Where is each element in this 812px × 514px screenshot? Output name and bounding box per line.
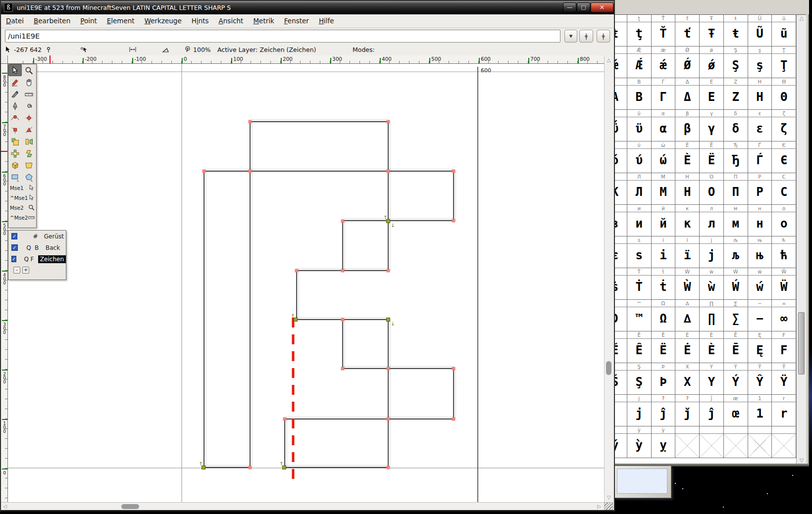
control-point[interactable]	[387, 170, 390, 173]
glyph-slot[interactable]: Β	[627, 86, 652, 110]
glyph-slot[interactable]: ť	[675, 22, 700, 47]
glyph-slot[interactable]: Ţ	[772, 54, 796, 78]
fontview-scrollbar[interactable]: △ ▽	[796, 14, 806, 464]
glyph-slot[interactable]: Θ	[772, 86, 796, 110]
glyph-slot[interactable]: Н	[675, 181, 700, 205]
control-point[interactable]	[387, 120, 390, 124]
glyph-slot[interactable]: Ŧ	[700, 22, 724, 47]
glyph-slot[interactable]: Ẃ	[724, 276, 748, 300]
layer-row-back[interactable]: ✓QBBack	[8, 242, 66, 253]
control-point[interactable]	[341, 220, 345, 223]
glyph-slot[interactable]: ∑	[724, 307, 748, 331]
glyph-slot[interactable]	[772, 434, 796, 458]
glyph-slot[interactable]: Ë	[652, 339, 676, 363]
tool-flip-icon[interactable]	[22, 136, 36, 147]
tool-pointer-icon[interactable]	[8, 64, 22, 76]
tool-curve-point-icon[interactable]	[8, 112, 22, 124]
add-layer-button[interactable]: +	[22, 267, 29, 274]
glyph-slot[interactable]: й	[652, 212, 676, 236]
menu-item-hints[interactable]: Hints	[187, 14, 214, 28]
glyph-slot[interactable]: Ý	[724, 371, 748, 395]
layer-row-gerüst[interactable]: ✓#Gerüst	[8, 231, 66, 242]
glyph-slot[interactable]	[700, 434, 724, 458]
glyph-slot[interactable]: Ş	[724, 54, 748, 78]
control-point[interactable]	[295, 269, 299, 273]
control-point[interactable]	[249, 466, 252, 469]
glyph-slot[interactable]: ũ	[772, 22, 796, 47]
tool-polygon-icon[interactable]	[22, 171, 36, 183]
tool-hand-icon[interactable]	[22, 76, 36, 88]
glyph-slot[interactable]: ј	[700, 244, 724, 268]
glyph-slot[interactable]: Ω	[652, 307, 676, 331]
glyph-slot[interactable]: Ŷ	[748, 371, 772, 395]
prev-glyph-button[interactable]: ǂ	[579, 30, 593, 43]
menu-item-fenster[interactable]: Fenster	[279, 14, 314, 28]
glyph-slot[interactable]: Ė	[675, 339, 700, 363]
control-point[interactable]	[452, 367, 456, 371]
menu-item-element[interactable]: Element	[102, 14, 140, 28]
glyph-slot[interactable]: њ	[748, 244, 772, 268]
tool-cube3d-icon[interactable]	[8, 159, 22, 171]
glyph-slot[interactable]: ŧ	[724, 22, 748, 47]
glyph-slot[interactable]: ѕ	[627, 244, 652, 268]
control-point[interactable]	[452, 418, 456, 421]
menu-item-hilfe[interactable]: Hilfe	[314, 14, 339, 28]
menu-item-bearbeiten[interactable]: Bearbeiten	[29, 14, 75, 28]
glyph-slot[interactable]: ї	[675, 244, 700, 268]
glyph-slot[interactable]: Ş	[627, 371, 652, 395]
glyph-name-input[interactable]	[5, 30, 560, 43]
glyph-slot[interactable]: ş	[748, 54, 772, 78]
glyph-slot[interactable]: Ê	[627, 339, 652, 363]
close-button[interactable]: ✕	[591, 2, 613, 12]
scroll-up-icon[interactable]: △	[797, 15, 807, 22]
scroll-down-icon[interactable]: ▽	[605, 495, 613, 500]
glyph-slot[interactable]: ǽ	[652, 54, 676, 78]
glyph-slot[interactable]: j	[627, 402, 652, 426]
glyph-slot[interactable]: л	[700, 212, 724, 236]
tool-hvcurve-point-icon[interactable]	[22, 112, 36, 124]
glyph-slot[interactable]: Є	[772, 149, 796, 173]
glyph-slot[interactable]: Η	[748, 86, 772, 110]
menu-item-metrik[interactable]: Metrik	[248, 14, 279, 28]
glyph-slot[interactable]: Ε	[700, 86, 724, 110]
control-point[interactable]	[249, 170, 252, 173]
glyph-outline-drawing[interactable]: 600↑↓↑↓↑↑	[8, 64, 604, 502]
control-point[interactable]	[387, 318, 390, 322]
control-point[interactable]	[387, 269, 390, 273]
layer-name[interactable]: Gerüst	[42, 233, 66, 240]
glyph-slot[interactable]: δ	[724, 117, 748, 141]
glyph-slot[interactable]: F	[772, 339, 796, 363]
glyph-slot[interactable]: М	[652, 181, 676, 205]
menu-item-datei[interactable]: Datei	[1, 14, 29, 28]
glyph-slot[interactable]: С	[772, 181, 796, 205]
scroll-right-icon[interactable]: ▷	[596, 504, 602, 509]
maximize-button[interactable]: ▢	[577, 2, 590, 12]
control-point[interactable]	[341, 318, 345, 322]
glyph-slot[interactable]: Ṫ	[627, 276, 652, 300]
glyph-slot[interactable]: Γ	[652, 86, 676, 110]
glyph-slot[interactable]: −	[748, 307, 772, 331]
glyph-slot[interactable]: ỳ	[627, 434, 652, 458]
glyph-slot[interactable]: ϋ	[627, 117, 652, 141]
glyph-slot[interactable]: È	[675, 149, 700, 173]
glyph-slot[interactable]: ẁ	[700, 276, 724, 300]
minimize-button[interactable]: —	[563, 2, 576, 12]
tool-freehand-icon[interactable]	[8, 76, 22, 88]
glyph-slot[interactable]: ∆	[675, 307, 700, 331]
glyph-slot[interactable]: œ	[724, 402, 748, 426]
glyph-slot[interactable]: Ђ	[724, 149, 748, 173]
glyph-slot[interactable]: 1	[748, 402, 772, 426]
control-point[interactable]	[387, 418, 390, 421]
glyph-slot[interactable]: È	[700, 339, 724, 363]
tool-warp-icon[interactable]	[22, 159, 36, 171]
horizontal-scrollbar-thumb[interactable]	[121, 504, 139, 509]
fontview-scrollbar-thumb[interactable]	[798, 312, 805, 374]
control-point[interactable]	[387, 367, 390, 371]
glyph-slot[interactable]: β	[675, 117, 700, 141]
glyph-slot[interactable]: Ǿ	[675, 54, 700, 78]
titlebar[interactable]: ß uni1E9E at 523 from MinecraftSeven LAT…	[1, 1, 614, 14]
layer-name[interactable]: Zeichen	[38, 255, 66, 263]
tool-rotate-icon[interactable]	[8, 147, 22, 159]
tool-skew-icon[interactable]	[22, 147, 36, 159]
control-point[interactable]	[283, 418, 287, 421]
